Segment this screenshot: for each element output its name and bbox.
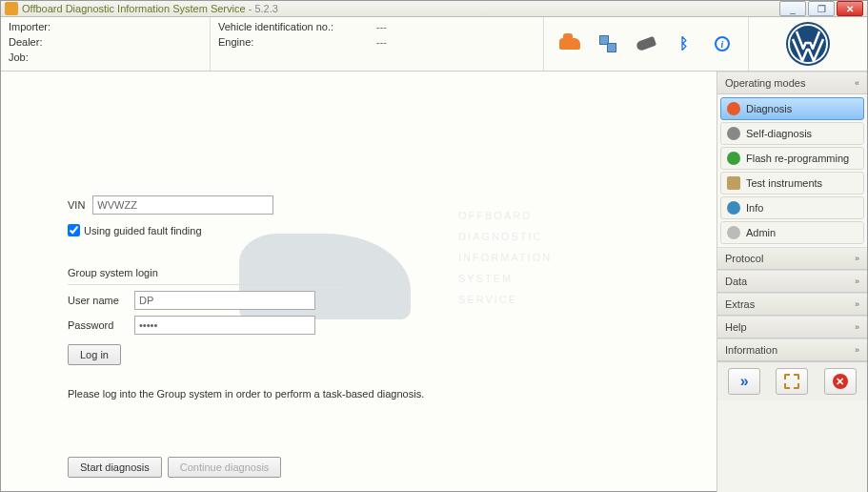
header-col-session: Importer: Dealer: Job: [1, 17, 211, 71]
username-label: User name [68, 295, 129, 306]
mode-self-diagnosis[interactable]: Self-diagnosis [720, 122, 864, 145]
admin-icon [727, 226, 740, 239]
vin-header-label: Vehicle identification no.: [218, 21, 371, 32]
vehicle-button[interactable] [552, 21, 588, 67]
app-version: - 5.2.3 [249, 3, 278, 14]
section-help[interactable]: Help» [717, 316, 867, 338]
login-group: Group system login User name Password Lo… [68, 263, 650, 365]
job-label: Job: [9, 51, 75, 63]
forward-button[interactable]: » [728, 368, 760, 395]
login-title: Group system login [68, 263, 344, 285]
mode-flash[interactable]: Flash re-programming [720, 147, 864, 170]
car-icon [559, 38, 580, 50]
vw-logo-icon [784, 20, 832, 68]
copyright: Copyright by Volkswagen AG. All rights r… [68, 478, 650, 492]
mode-admin[interactable]: Admin [720, 221, 864, 244]
cancel-button[interactable]: ✕ [824, 368, 857, 395]
mode-info[interactable]: Info [720, 196, 864, 219]
header-toolbar: ᛒ i [544, 17, 748, 71]
app-name: Offboard Diagnostic Information System S… [22, 3, 246, 14]
flash-icon [727, 152, 740, 165]
titlebar: Offboard Diagnostic Information System S… [1, 1, 867, 17]
side-controls: » ✕ [717, 361, 867, 400]
operating-modes-list: Diagnosis Self-diagnosis Flash re-progra… [717, 94, 867, 247]
brand-logo-box [748, 17, 867, 71]
continue-diagnosis-button[interactable]: Continue diagnosis [168, 457, 282, 478]
guided-fault-checkbox[interactable] [68, 224, 80, 236]
window-title: Offboard Diagnostic Information System S… [22, 3, 278, 14]
restore-button[interactable]: ❐ [808, 1, 835, 16]
diagnosis-icon [727, 102, 740, 115]
mode-test-instruments[interactable]: Test instruments [720, 172, 864, 195]
info-button[interactable]: i [704, 21, 740, 67]
settings-button[interactable] [776, 368, 808, 395]
forward-icon: » [740, 373, 749, 390]
cancel-icon: ✕ [833, 374, 848, 389]
section-protocol[interactable]: Protocol» [717, 247, 867, 270]
info-mode-icon [727, 201, 740, 215]
header-col-vehicle: Vehicle identification no.:--- Engine:--… [211, 17, 544, 71]
chevron-up-icon: « [855, 78, 859, 88]
engine-label: Engine: [218, 36, 371, 48]
self-diagnosis-icon [727, 127, 740, 140]
key-icon [636, 36, 656, 51]
engine-value: --- [376, 36, 387, 48]
section-extras[interactable]: Extras» [717, 293, 867, 316]
bluetooth-icon: ᛒ [679, 35, 689, 52]
start-diagnosis-button[interactable]: Start diagnosis [68, 457, 162, 478]
chevron-down-icon: » [855, 299, 859, 309]
dealer-label: Dealer: [9, 36, 75, 48]
password-input[interactable] [134, 316, 315, 335]
bluetooth-button[interactable]: ᛒ [666, 21, 702, 67]
section-information[interactable]: Information» [717, 338, 867, 361]
connection-icon [599, 35, 616, 52]
header-strip: Importer: Dealer: Job: Vehicle identific… [1, 17, 867, 72]
vin-header-value: --- [376, 21, 387, 32]
vin-input[interactable] [92, 195, 273, 215]
connection-button[interactable] [590, 21, 626, 67]
close-button[interactable]: ✕ [837, 1, 863, 16]
minimize-button[interactable]: _ [779, 1, 806, 16]
key-button[interactable] [628, 21, 664, 67]
chevron-down-icon: » [855, 254, 859, 263]
username-input[interactable] [134, 291, 315, 310]
app-icon [5, 2, 18, 15]
info-icon: i [715, 36, 730, 51]
section-data[interactable]: Data» [717, 270, 867, 293]
login-button[interactable]: Log in [68, 344, 121, 365]
login-message: Please log into the Group system in orde… [68, 388, 650, 400]
password-label: Password [68, 319, 129, 331]
section-operating-modes[interactable]: Operating modes« [717, 72, 867, 94]
side-panel: Operating modes« Diagnosis Self-diagnosi… [717, 72, 867, 492]
gear-icon [784, 374, 799, 389]
chevron-down-icon: » [855, 345, 859, 355]
vin-label: VIN [68, 199, 85, 211]
guided-fault-label: Using guided fault finding [84, 225, 202, 236]
importer-label: Importer: [9, 21, 75, 32]
window-buttons: _ ❐ ✕ [779, 1, 863, 16]
test-instruments-icon [727, 176, 740, 190]
mode-diagnosis[interactable]: Diagnosis [720, 97, 864, 120]
app-window: Offboard Diagnostic Information System S… [0, 0, 868, 492]
chevron-down-icon: » [855, 322, 859, 332]
main-content: OFFBOARD DIAGNOSTIC INFORMATION SYSTEM S… [1, 72, 717, 492]
chevron-down-icon: » [855, 277, 859, 286]
